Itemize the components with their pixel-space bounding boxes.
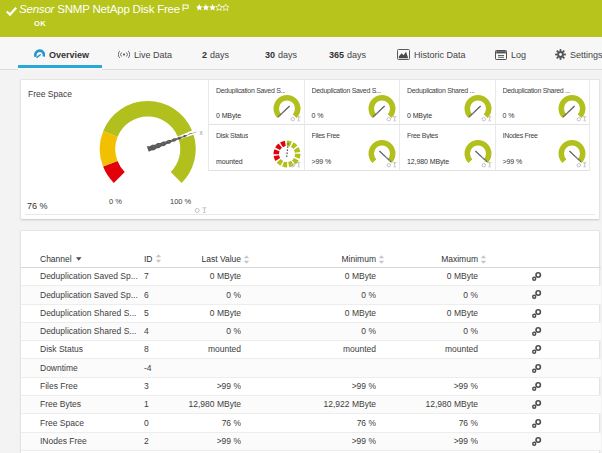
svg-text:x: x [200, 129, 204, 136]
